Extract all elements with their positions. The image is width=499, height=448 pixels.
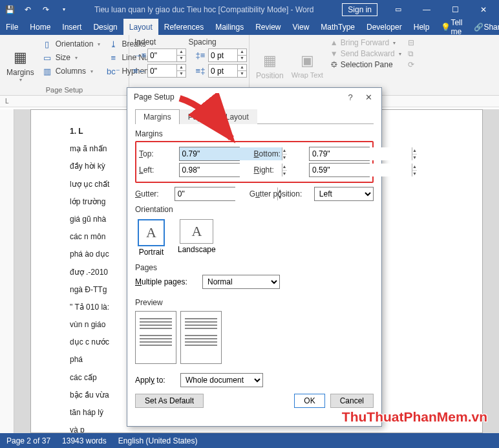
selection-pane-icon: ⯐ (330, 60, 338, 69)
status-words[interactable]: 13943 words (62, 436, 107, 445)
tab-mathtype[interactable]: MathType (315, 19, 361, 35)
columns-icon: ▥ (42, 66, 52, 76)
cancel-button[interactable]: Cancel (330, 394, 374, 408)
bottom-label: Bottom: (254, 149, 305, 158)
group-paragraph: Indent Spacing →≡▲▼ ≡←▲▼ ‡≡▲▼ ≡‡▲▼ (129, 35, 250, 95)
save-icon[interactable]: 💾 (1, 1, 18, 18)
indent-left-icon: →≡ (134, 50, 145, 61)
window-title: Tieu luan quan ly giao duc Tieu hoc [Com… (72, 5, 335, 14)
qat-customize-icon[interactable]: ▾ (56, 1, 72, 18)
indent-right-icon: ≡← (134, 66, 145, 76)
tab-design[interactable]: Design (87, 19, 123, 35)
breaks-icon: ⤓ (108, 39, 118, 49)
bring-forward-button: ▲Bring Forward▾ (328, 37, 403, 48)
orientation-icon: ▯ (42, 39, 52, 49)
size-button[interactable]: ▭Size▾ (39, 51, 103, 64)
tab-mailings[interactable]: Mailings (209, 19, 250, 35)
bring-forward-icon: ▲ (330, 38, 338, 47)
multiple-pages-select[interactable]: Normal (202, 275, 280, 289)
left-label: Left: (139, 165, 175, 175)
indent-label: Indent (134, 37, 156, 47)
tab-review[interactable]: Review (250, 19, 286, 35)
space-after-icon: ≡‡ (195, 66, 206, 76)
indent-right-spinner[interactable]: ▲▼ (147, 64, 186, 78)
right-label: Right: (254, 165, 305, 175)
portrait-button[interactable]: A Portrait (135, 217, 167, 259)
preview-page-2 (180, 311, 222, 364)
apply-to-label: Apply to: (135, 376, 174, 385)
multiple-pages-label: Multiple pages: (135, 277, 196, 286)
top-label: Top: (139, 149, 175, 158)
status-language[interactable]: English (United States) (118, 436, 198, 445)
section-orientation-label: Orientation (135, 205, 374, 214)
gutter-label: Gutter: (135, 189, 171, 198)
share-button[interactable]: 🔗 Share (468, 23, 499, 32)
tab-view[interactable]: View (287, 19, 315, 35)
gutter-position-select[interactable]: Left (314, 187, 374, 201)
tab-insert[interactable]: Insert (56, 19, 87, 35)
group-button: ⧉ (406, 48, 416, 59)
ok-button[interactable]: OK (294, 394, 324, 408)
minimize-icon[interactable]: — (412, 1, 441, 19)
section-margins-label: Margins (135, 129, 374, 138)
redo-icon[interactable]: ↷ (37, 1, 54, 18)
title-bar: 💾 ↶ ↷ ▾ Tieu luan quan ly giao duc Tieu … (0, 0, 499, 19)
tab-developer[interactable]: Developer (361, 19, 408, 35)
tab-layout[interactable]: Layout (123, 19, 158, 35)
align-icon: ⊟ (408, 38, 414, 47)
gutter-spinner[interactable]: ▲▼ (175, 187, 235, 201)
page-setup-dialog: Page Setup ? ✕ Margins Paper Layout Marg… (127, 87, 382, 427)
preview-page-1 (135, 311, 176, 364)
columns-button[interactable]: ▥Columns▾ (39, 65, 103, 78)
dialog-title: Page Setup (134, 92, 175, 101)
bottom-spinner[interactable]: ▲▼ (309, 147, 370, 161)
tab-help[interactable]: Help (408, 19, 436, 35)
watermark: ThuThuatPhanMem.vn (342, 409, 487, 425)
status-page[interactable]: Page 2 of 37 (6, 436, 50, 445)
space-before-spinner[interactable]: ▲▼ (208, 48, 247, 62)
dialog-titlebar: Page Setup ? ✕ (127, 88, 381, 106)
top-spinner[interactable]: ▲▼ (179, 147, 240, 161)
left-spinner[interactable]: ▲▼ (179, 163, 240, 177)
close-icon[interactable]: ✕ (469, 1, 498, 19)
space-before-icon: ‡≡ (195, 50, 206, 61)
space-after-spinner[interactable]: ▲▼ (208, 64, 247, 78)
indent-left-spinner[interactable]: ▲▼ (147, 48, 186, 62)
dialog-tab-paper[interactable]: Paper (180, 109, 217, 124)
tab-file[interactable]: File (0, 19, 24, 35)
margins-button[interactable]: ▦ Margins▾ (3, 36, 38, 94)
sign-in-button[interactable]: Sign in (342, 3, 377, 16)
undo-icon[interactable]: ↶ (19, 1, 36, 18)
ribbon-options-icon[interactable]: ▭ (384, 1, 412, 19)
margins-highlight-box: Top: ▲▼ Bottom: ▲▼ Left: ▲▼ Right: ▲▼ (135, 141, 374, 183)
landscape-button[interactable]: A Landscape (175, 217, 218, 259)
margins-label: Margins (6, 68, 34, 77)
tell-me[interactable]: 💡 Tell me (435, 18, 468, 36)
tab-references[interactable]: References (158, 19, 209, 35)
rotate-button: ⟳ (406, 59, 416, 70)
group-label-page-setup: Page Setup (0, 86, 129, 94)
group-icon: ⧉ (408, 49, 414, 58)
group-arrange: ▦Position ▣Wrap Text ▲Bring Forward▾ ▼Se… (250, 35, 499, 95)
position-icon: ▦ (259, 50, 280, 71)
hyphenation-icon: bc⁻ (108, 66, 118, 76)
dialog-tab-margins[interactable]: Margins (135, 109, 180, 124)
apply-to-select[interactable]: Whole document (180, 373, 263, 387)
dialog-tab-layout[interactable]: Layout (217, 109, 257, 124)
portrait-label: Portrait (139, 248, 164, 257)
right-spinner[interactable]: ▲▼ (309, 163, 370, 177)
orientation-button[interactable]: ▯Orientation▾ (39, 37, 103, 50)
quick-access-toolbar: 💾 ↶ ↷ ▾ (1, 1, 72, 18)
align-button: ⊟ (406, 37, 416, 48)
set-default-button[interactable]: Set As Default (135, 394, 204, 408)
tab-home[interactable]: Home (24, 19, 56, 35)
share-label: Share (483, 23, 499, 32)
dialog-close-icon[interactable]: ✕ (359, 92, 377, 102)
send-backward-button: ▼Send Backward▾ (328, 48, 403, 59)
dialog-help-icon[interactable]: ? (341, 92, 359, 102)
send-backward-icon: ▼ (330, 49, 338, 58)
position-button: ▦Position (252, 36, 288, 94)
maximize-icon[interactable]: ☐ (441, 1, 469, 19)
spacing-label: Spacing (188, 37, 216, 47)
selection-pane-button[interactable]: ⯐Selection Pane (328, 59, 403, 70)
